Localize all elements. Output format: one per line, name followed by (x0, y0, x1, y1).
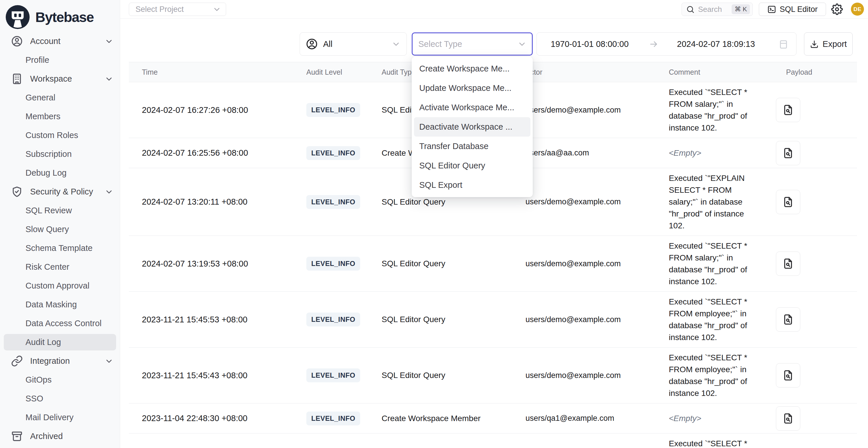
cell-comment: Executed `"SELECT * FROM employee;"` in … (669, 348, 759, 403)
sidebar-item-label: Custom Roles (26, 130, 78, 140)
type-option-create-workspace-me[interactable]: Create Workspace Me... (414, 59, 530, 78)
sidebar-section-workspace[interactable]: Workspace (0, 69, 120, 88)
arrow-right-icon (649, 39, 658, 49)
bytebase-logo-icon (5, 4, 31, 30)
chevron-down-icon (104, 187, 114, 196)
payload-view-button[interactable] (776, 406, 800, 430)
type-option-transfer-database[interactable]: Transfer Database (414, 137, 530, 156)
payload-view-button[interactable] (776, 190, 800, 214)
file-search-icon (782, 370, 794, 381)
user-circle-icon (306, 38, 318, 50)
audit-log-row: 2023-11-21 15:45:53 +08:00LEVEL_INFOSQL … (129, 292, 857, 348)
sidebar-item-data-masking[interactable]: Data Masking (0, 295, 120, 314)
payload-view-button[interactable] (776, 252, 800, 276)
sidebar-item-audit-log[interactable]: Audit Log (0, 333, 120, 352)
search-placeholder: Search (698, 5, 722, 14)
cell-payload (776, 190, 857, 214)
date-from-value: 1970-01-01 08:00:00 (551, 39, 628, 49)
sidebar-item-label: Slow Query (26, 225, 69, 234)
level-badge: LEVEL_INFO (306, 195, 360, 209)
chevron-down-icon (104, 74, 114, 83)
cell-time: 2024-02-07 13:19:53 +08:00 (129, 259, 306, 268)
sidebar-item-mail-delivery[interactable]: Mail Delivery (0, 408, 120, 427)
sidebar-item-label: Schema Template (26, 244, 93, 253)
file-search-icon (782, 147, 794, 159)
sidebar-section-label: Workspace (30, 74, 72, 84)
cell-audit-type: SQL Editor Query (381, 197, 526, 206)
sidebar-item-general[interactable]: General (0, 88, 120, 107)
search-icon (686, 5, 694, 13)
payload-view-button[interactable] (776, 98, 800, 122)
cell-audit-level: LEVEL_INFO (306, 257, 381, 270)
sidebar-item-slow-query[interactable]: Slow Query (0, 220, 120, 239)
cell-audit-level: LEVEL_INFO (306, 103, 381, 117)
type-filter-placeholder: Select Type (418, 39, 462, 49)
sidebar-section-archived[interactable]: Archived (0, 427, 120, 446)
sidebar-item-label: Members (26, 112, 61, 121)
cell-audit-level: LEVEL_INFO (306, 369, 381, 382)
date-range-picker[interactable]: 1970-01-01 08:00:00 2024-02-07 18:09:13 (536, 32, 797, 56)
type-option-deactivate-workspace[interactable]: Deactivate Workspace ... (414, 117, 530, 137)
actor-filter-select[interactable]: All (300, 32, 407, 56)
sidebar-item-gitops[interactable]: GitOps (0, 371, 120, 389)
sidebar-item-sql-review[interactable]: SQL Review (0, 201, 120, 220)
cell-time: 2024-02-07 13:20:11 +08:00 (129, 197, 306, 206)
type-filter-dropdown: Create Workspace Me...Update Workspace M… (412, 57, 533, 197)
type-option-sql-export[interactable]: SQL Export (414, 175, 530, 195)
brand-name: Bytebase (35, 9, 94, 25)
export-button[interactable]: Export (804, 32, 852, 56)
topbar: Select Project Search ⌘ K SQL Editor DE (120, 0, 868, 19)
sidebar-item-custom-roles[interactable]: Custom Roles (0, 126, 120, 145)
cell-time: 2024-02-07 16:27:26 +08:00 (129, 105, 306, 115)
brand-logo[interactable]: Bytebase (0, 0, 120, 31)
sidebar-section-label: Archived (30, 431, 63, 441)
sidebar-section-integration[interactable]: Integration (0, 352, 120, 371)
search-input[interactable]: Search ⌘ K (682, 3, 753, 16)
sidebar-item-label: Risk Center (26, 262, 69, 272)
download-icon (810, 40, 819, 49)
cell-actor: users/demo@example.com (526, 259, 669, 268)
audit-log-row: 2023-11-04 21:26:24 +08:00LEVEL_INFOSQL … (129, 434, 857, 448)
sidebar-item-schema-template[interactable]: Schema Template (0, 239, 120, 258)
sidebar-item-debug-log[interactable]: Debug Log (0, 163, 120, 182)
sidebar-item-sso[interactable]: SSO (0, 389, 120, 408)
payload-view-button[interactable] (776, 363, 800, 387)
gear-icon[interactable] (831, 3, 843, 15)
sidebar-item-custom-approval[interactable]: Custom Approval (0, 277, 120, 295)
cell-actor: users/demo@example.com (526, 106, 669, 115)
sidebar-item-subscription[interactable]: Subscription (0, 145, 120, 163)
avatar[interactable]: DE (851, 3, 864, 15)
cell-comment: <Empty> (669, 408, 759, 428)
cell-comment: Executed `"EXPLAIN SELECT * FROM salary;… (669, 168, 759, 235)
cell-payload (776, 98, 857, 122)
type-option-update-workspace-me[interactable]: Update Workspace Me... (414, 78, 530, 98)
sidebar-item-label: GitOps (26, 375, 52, 385)
chevron-down-icon (517, 39, 527, 49)
sidebar-item-members[interactable]: Members (0, 107, 120, 126)
sidebar-item-data-access-control[interactable]: Data Access Control (0, 314, 120, 333)
column-header-time: Time (129, 68, 306, 76)
sql-editor-button[interactable]: SQL Editor (759, 3, 826, 16)
type-option-sql-editor-query[interactable]: SQL Editor Query (414, 156, 530, 175)
cell-comment: <Empty> (669, 143, 759, 163)
main-area: Select Project Search ⌘ K SQL Editor DE (120, 0, 868, 448)
sidebar-item-label: SQL Review (26, 206, 72, 215)
sidebar-item-label: SSO (26, 394, 43, 404)
sidebar-section-account[interactable]: Account (0, 32, 120, 51)
sidebar-section-security-policy[interactable]: Security & Policy (0, 182, 120, 201)
chevron-down-icon (104, 37, 114, 46)
payload-view-button[interactable] (776, 141, 800, 165)
type-option-activate-workspace-me[interactable]: Activate Workspace Me... (414, 98, 530, 117)
cell-audit-type: SQL Editor Query (381, 371, 526, 380)
shield-check-icon (11, 186, 23, 198)
cell-audit-level: LEVEL_INFO (306, 313, 381, 326)
sidebar-item-risk-center[interactable]: Risk Center (0, 258, 120, 277)
cell-actor: users/demo@example.com (526, 197, 669, 206)
cell-audit-type: SQL Editor Query (381, 315, 526, 324)
type-filter-select[interactable]: Select Type (412, 32, 533, 56)
project-select[interactable]: Select Project (129, 3, 226, 16)
sidebar-item-profile[interactable]: Profile (0, 51, 120, 69)
sidebar-item-label: Profile (26, 55, 49, 65)
payload-view-button[interactable] (776, 307, 800, 332)
search-shortcut-badge: ⌘ K (732, 4, 750, 14)
